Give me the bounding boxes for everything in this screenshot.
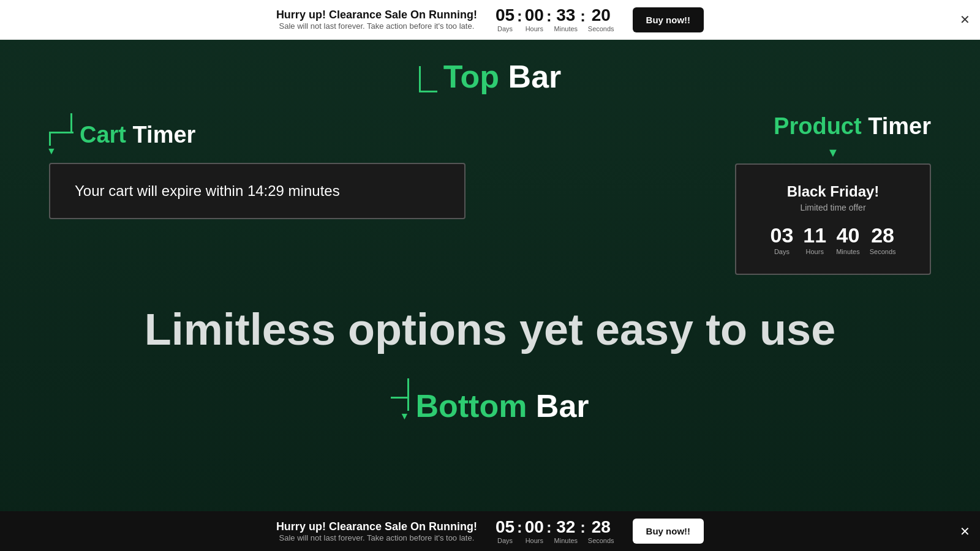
bottom-bar-minutes-unit: 32 Minutes <box>554 519 578 544</box>
bottom-label-text: Bottom Bar <box>415 388 589 424</box>
product-seconds-value: 28 <box>871 225 894 246</box>
product-days-unit: 03 Days <box>771 225 794 255</box>
bottom-bar-timer: 05 Days : 00 Hours : 32 Minutes : 28 Sec… <box>496 518 614 544</box>
cart-timer-label: ▼ Cart Timer <box>49 113 195 157</box>
bottom-bar-days-label: Days <box>497 537 513 544</box>
cart-timer-section: ▼ Cart Timer Your cart will expire withi… <box>49 113 472 219</box>
product-minutes-label: Minutes <box>836 248 860 255</box>
top-bar-sep2: : <box>546 7 552 33</box>
product-timer-subtitle: Limited time offer <box>767 203 899 212</box>
top-bar-seconds-value: 20 <box>592 7 611 24</box>
product-white-text2: Timer <box>868 113 931 139</box>
product-label-text: Product Timer <box>774 113 931 140</box>
top-bar-white-text2: Bar <box>508 59 562 94</box>
bottom-bar-close-button[interactable]: ✕ <box>960 524 970 539</box>
bottom-bar-seconds-unit: 28 Seconds <box>588 519 614 544</box>
product-countdown: 03 Days 11 Hours 40 Minutes 2 <box>767 225 899 255</box>
top-bar-timer: 05 Days : 00 Hours : 33 Minutes : 20 Sec… <box>496 7 614 33</box>
bottom-bar-hours-unit: 00 Hours <box>525 519 544 544</box>
bottom-green-text: Bottom <box>415 388 527 424</box>
product-hours-value: 11 <box>803 225 826 246</box>
top-bar: Hurry up! Clearance Sale On Running! Sal… <box>0 0 980 40</box>
top-bar-annotation-label: Top Bar <box>443 58 562 95</box>
top-bar-hours-unit: 00 Hours <box>525 7 544 32</box>
top-bar-minutes-value: 33 <box>556 7 575 24</box>
cart-box: Your cart will expire within 14:29 minut… <box>49 163 466 219</box>
cart-box-text: Your cart will expire within 14:29 minut… <box>75 182 440 200</box>
bottom-sep3: : <box>580 518 586 544</box>
bottom-bar-annotation: ▼ Bottom Bar <box>0 372 980 437</box>
bottom-bar: Hurry up! Clearance Sale On Running! Sal… <box>0 511 980 551</box>
top-bar-sep1: : <box>517 7 522 33</box>
top-bar-days-value: 05 <box>496 7 514 24</box>
bottom-sep2: : <box>546 518 552 544</box>
tagline-part1: Limitless options yet easy to use <box>145 305 835 354</box>
main-content: Top Bar ▼ <box>0 0 980 551</box>
middle-section: ▼ Cart Timer Your cart will expire withi… <box>0 95 980 275</box>
bottom-bar-days-value: 05 <box>496 519 514 536</box>
product-minutes-unit: 40 Minutes <box>836 225 860 255</box>
bottom-bar-seconds-label: Seconds <box>588 537 614 544</box>
top-bar-annotation: Top Bar <box>0 40 980 95</box>
product-hours-label: Hours <box>806 248 824 255</box>
cart-green-text: Cart <box>80 122 126 148</box>
product-days-label: Days <box>774 248 790 255</box>
bottom-bar-hours-value: 00 <box>525 519 544 536</box>
product-green-text: Product <box>774 113 862 139</box>
top-bar-days-unit: 05 Days <box>496 7 514 32</box>
product-timer-label: Product Timer <box>774 113 931 140</box>
product-timer-title: Black Friday! <box>767 183 899 200</box>
bottom-sep1: : <box>517 518 522 544</box>
bottom-bar-subline: Sale will not last forever. Take action … <box>276 533 477 542</box>
bottom-bar-hours-label: Hours <box>526 537 543 544</box>
top-bar-hours-value: 00 <box>525 7 544 24</box>
top-bar-headline: Hurry up! Clearance Sale On Running! <box>276 9 477 21</box>
product-seconds-label: Seconds <box>870 248 896 255</box>
product-minutes-value: 40 <box>837 225 860 246</box>
top-bar-seconds-unit: 20 Seconds <box>588 7 614 32</box>
bottom-bar-minutes-value: 32 <box>556 519 575 536</box>
product-timer-box: Black Friday! Limited time offer 03 Days… <box>735 163 931 275</box>
bottom-bar-buy-button[interactable]: Buy now!! <box>633 519 704 544</box>
top-bar-close-button[interactable]: ✕ <box>960 12 970 27</box>
top-bar-text: Hurry up! Clearance Sale On Running! Sal… <box>276 9 477 31</box>
product-timer-section: Product Timer ▼ Black Friday! Limited ti… <box>508 113 931 275</box>
bottom-arrow-indicator: ▼ <box>391 378 409 424</box>
top-bar-minutes-label: Minutes <box>554 25 578 32</box>
top-bar-minutes-unit: 33 Minutes <box>554 7 578 32</box>
bottom-bar-headline: Hurry up! Clearance Sale On Running! <box>276 520 477 533</box>
cart-white-text2: Timer <box>133 122 196 148</box>
top-bar-buy-button[interactable]: Buy now!! <box>633 7 704 32</box>
top-bar-days-label: Days <box>497 25 513 32</box>
bottom-white-text2: Bar <box>536 388 589 424</box>
bottom-bar-seconds-value: 28 <box>592 519 611 536</box>
bottom-bar-minutes-label: Minutes <box>554 537 578 544</box>
top-bar-subline: Sale will not last forever. Take action … <box>276 21 477 31</box>
top-bar-sep3: : <box>580 7 586 33</box>
cart-arrow-indicator: ▼ <box>49 113 74 157</box>
bottom-bar-text: Hurry up! Clearance Sale On Running! Sal… <box>276 520 477 542</box>
product-seconds-unit: 28 Seconds <box>870 225 896 255</box>
cart-label-text: Cart Timer <box>80 122 195 148</box>
bottom-bar-days-unit: 05 Days <box>496 519 514 544</box>
top-bar-seconds-label: Seconds <box>588 25 614 32</box>
tagline-section: Limitless options yet easy to use <box>0 275 980 372</box>
product-hours-unit: 11 Hours <box>803 225 826 255</box>
tagline-text: Limitless options yet easy to use <box>49 305 931 354</box>
top-bar-hours-label: Hours <box>526 25 543 32</box>
top-bar-green-text: Top <box>443 59 499 94</box>
product-days-value: 03 <box>771 225 794 246</box>
